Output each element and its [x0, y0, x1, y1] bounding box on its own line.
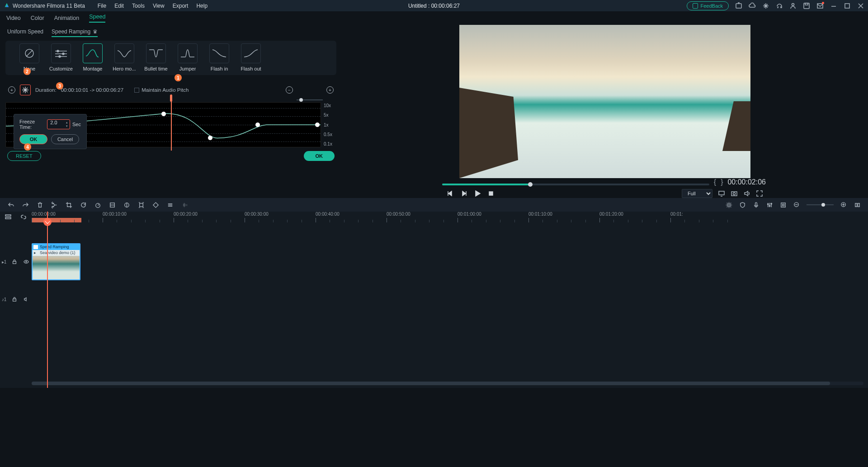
shield-icon[interactable]	[739, 201, 746, 208]
tab-video[interactable]: Video	[6, 15, 21, 21]
mail-icon[interactable]	[816, 2, 824, 9]
subtab-uniform-speed[interactable]: Uniform Speed	[7, 28, 43, 37]
preset-flash-out[interactable]: Flash out	[238, 43, 264, 71]
speed-graph[interactable]: Freeze Time: 2.0 ▴▾ Sec OK Cancel 4	[5, 102, 321, 147]
freeze-frame-button[interactable]	[20, 85, 31, 95]
ramp-zoom-slider[interactable]: − +	[286, 80, 334, 100]
split-icon[interactable]	[51, 201, 58, 208]
ok-button[interactable]: OK	[304, 151, 335, 161]
lock-icon[interactable]	[11, 296, 18, 303]
lock-icon[interactable]	[11, 258, 18, 265]
mute-icon[interactable]	[23, 296, 30, 303]
resolution-select[interactable]: Full	[682, 189, 712, 198]
toggle-link-icon[interactable]	[20, 213, 27, 221]
menu-export[interactable]: Export	[173, 3, 189, 9]
keyframe-node[interactable]	[255, 123, 260, 127]
window-close-icon[interactable]	[857, 2, 864, 9]
maintain-pitch-checkbox[interactable]	[134, 88, 139, 93]
subtab-speed-ramping[interactable]: Speed Ramping ♛	[52, 28, 98, 37]
undo-icon[interactable]	[7, 201, 14, 208]
tab-color[interactable]: Color	[31, 15, 44, 21]
timeline-playhead[interactable]	[47, 212, 48, 388]
zoom-fit-icon[interactable]	[854, 201, 861, 208]
svg-rect-2	[804, 3, 809, 9]
volume-icon[interactable]	[743, 190, 750, 197]
ramp-playhead[interactable]	[170, 94, 173, 151]
spinner-down[interactable]: ▾	[65, 124, 69, 128]
keyframe-node[interactable]	[315, 123, 320, 127]
share-icon[interactable]	[735, 2, 742, 9]
keyframe-icon[interactable]	[152, 201, 159, 208]
render-icon[interactable]	[725, 201, 732, 208]
adjust-icon[interactable]	[166, 201, 174, 208]
menu-view[interactable]: View	[153, 3, 165, 9]
tab-speed[interactable]: Speed	[89, 14, 105, 23]
preset-montage[interactable]: Montage	[80, 43, 106, 71]
preset-none[interactable]: None	[16, 43, 42, 71]
feedback-button[interactable]: FeedBack	[687, 1, 729, 10]
video-clip[interactable]: Speed Ramping Sea video demo (1)	[32, 243, 80, 280]
speed-subtabs: Uniform Speed Speed Ramping ♛	[0, 25, 342, 41]
timeline-zoom-slider[interactable]	[807, 204, 834, 205]
freeze-ok-button[interactable]: OK	[19, 134, 47, 144]
user-icon[interactable]	[789, 2, 797, 9]
stop-icon[interactable]	[487, 190, 495, 197]
menu-tools[interactable]: Tools	[132, 3, 145, 9]
cloud-icon[interactable]	[749, 2, 756, 9]
reset-button[interactable]: RESET	[7, 151, 41, 161]
timeline-scrollbar[interactable]	[32, 382, 863, 385]
speed-icon[interactable]	[94, 201, 101, 208]
greenscreen-icon[interactable]	[123, 201, 130, 208]
display-icon[interactable]	[718, 190, 725, 197]
play-icon[interactable]	[474, 190, 481, 197]
rotate-icon[interactable]	[80, 201, 87, 208]
crop-icon[interactable]	[65, 201, 72, 208]
tab-animation[interactable]: Animation	[54, 15, 80, 21]
add-keyframe-button[interactable]: +	[8, 86, 15, 94]
snapshot-icon[interactable]	[731, 190, 738, 197]
redo-icon[interactable]	[22, 201, 29, 208]
preview-progress[interactable]	[442, 184, 709, 185]
audio-wave-icon[interactable]	[181, 201, 188, 208]
sparkle-icon[interactable]	[762, 2, 769, 9]
timeline-ruler[interactable]: 00:00:00:0000:00:10:0000:00:20:0000:00:3…	[32, 212, 868, 223]
zoom-out-icon[interactable]: −	[286, 86, 293, 94]
manage-tracks-icon[interactable]	[5, 213, 12, 221]
preview-video[interactable]	[459, 25, 750, 178]
preset-flash-in[interactable]: Flash in	[206, 43, 232, 71]
freeze-time-input[interactable]: 2.0 ▴▾	[47, 119, 70, 129]
timeline-playhead-handle[interactable]	[43, 218, 52, 226]
brace-open[interactable]: {	[714, 178, 716, 186]
prev-frame-icon[interactable]	[447, 190, 454, 197]
zoom-in-icon[interactable]	[840, 201, 847, 208]
window-minimize-icon[interactable]	[830, 2, 837, 9]
spinner-up[interactable]: ▴	[65, 121, 69, 124]
eye-icon[interactable]	[23, 258, 30, 265]
presets-row: None Customize Montage Hero mo... Bullet…	[5, 41, 336, 75]
freeze-cancel-button[interactable]: Cancel	[51, 134, 79, 144]
window-maximize-icon[interactable]	[844, 2, 851, 9]
menu-file[interactable]: File	[98, 3, 106, 9]
preset-bullet-time[interactable]: Bullet time	[143, 43, 169, 71]
preset-jumper[interactable]: Jumper	[175, 43, 201, 71]
crop-box-icon[interactable]	[137, 201, 145, 208]
menu-edit[interactable]: Edit	[114, 3, 124, 9]
color-icon[interactable]	[108, 201, 116, 208]
delete-icon[interactable]	[36, 201, 43, 208]
keyframe-node[interactable]	[208, 136, 212, 140]
svg-point-1	[792, 3, 794, 5]
keyframe-node[interactable]	[161, 112, 166, 116]
menu-help[interactable]: Help	[196, 3, 208, 9]
preset-hero-moment[interactable]: Hero mo...	[111, 43, 137, 71]
preset-customize[interactable]: Customize	[48, 43, 74, 71]
marker-icon[interactable]	[779, 201, 787, 208]
zoom-out-icon[interactable]	[793, 201, 800, 208]
mixer-icon[interactable]	[766, 201, 773, 208]
save-icon[interactable]	[803, 2, 810, 9]
fullscreen-icon[interactable]	[756, 190, 763, 197]
next-frame-icon[interactable]	[460, 190, 467, 197]
brace-close[interactable]: }	[721, 178, 723, 186]
headset-icon[interactable]	[776, 2, 783, 9]
mic-icon[interactable]	[752, 201, 760, 208]
zoom-in-icon[interactable]: +	[326, 86, 334, 94]
